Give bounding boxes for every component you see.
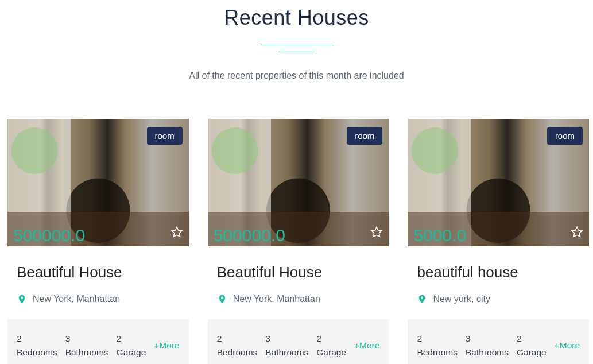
stat-label: Bathrooms (65, 346, 108, 359)
stat-bedrooms: 2 Bedrooms (17, 332, 57, 359)
stat-label: Garage (117, 346, 146, 359)
listing-card[interactable]: room 500000.0 Beautiful House New York, … (7, 119, 189, 364)
stat-bathrooms: 3 Bathrooms (265, 332, 308, 359)
stat-bedrooms: 2 Bedrooms (417, 332, 458, 359)
stat-garage: 2 Garage (517, 332, 547, 359)
listing-title[interactable]: Beautiful House (217, 264, 380, 281)
listing-footer: 2 Bedrooms 3 Bathrooms 2 Garage +More (408, 319, 589, 364)
stat-value: 3 (466, 332, 509, 346)
stat-label: Bedrooms (417, 346, 458, 359)
listing-location-text: New York, Manhattan (233, 294, 320, 304)
listing-price: 500000.0 (13, 226, 85, 245)
listing-title[interactable]: beautiful house (417, 264, 580, 281)
listing-image: room 500000.0 (7, 119, 189, 246)
listing-price: 5000.0 (413, 226, 466, 245)
location-pin-icon (417, 293, 427, 305)
listing-price: 500000.0 (214, 226, 285, 245)
section-divider (260, 45, 334, 45)
stat-label: Bedrooms (17, 346, 57, 359)
stat-label: Garage (316, 346, 346, 359)
stat-label: Bathrooms (466, 346, 509, 359)
stat-garage: 2 Garage (316, 332, 346, 359)
listing-cards: room 500000.0 Beautiful House New York, … (0, 81, 593, 364)
stat-bathrooms: 3 Bathrooms (65, 332, 108, 359)
stat-value: 2 (316, 332, 346, 346)
listing-image: room 5000.0 (408, 119, 589, 246)
stat-value: 3 (65, 332, 108, 346)
stat-value: 2 (517, 332, 547, 346)
listing-body: Beautiful House New York, Manhattan (208, 246, 389, 319)
more-link[interactable]: +More (154, 340, 179, 351)
section-subtitle: All of the recent properties of this mon… (0, 71, 593, 81)
listing-image: room 500000.0 (208, 119, 389, 246)
stat-value: 2 (217, 332, 258, 346)
stat-label: Bedrooms (217, 346, 258, 359)
stat-label: Bathrooms (265, 346, 308, 359)
listing-card[interactable]: room 5000.0 beautiful house New york, ci… (408, 119, 589, 364)
listing-badge: room (547, 127, 583, 145)
listing-body: Beautiful House New York, Manhattan (7, 246, 189, 319)
listing-footer: 2 Bedrooms 3 Bathrooms 2 Garage +More (7, 319, 189, 364)
location-pin-icon (217, 293, 227, 305)
listing-location-text: New York, Manhattan (33, 294, 120, 304)
stat-label: Garage (517, 346, 547, 359)
listing-footer: 2 Bedrooms 3 Bathrooms 2 Garage +More (208, 319, 389, 364)
listing-location-text: New york, city (433, 294, 490, 304)
stat-value: 2 (417, 332, 458, 346)
star-icon[interactable] (571, 226, 583, 238)
listing-location: New york, city (417, 293, 580, 305)
star-icon[interactable] (170, 226, 183, 238)
listing-card[interactable]: room 500000.0 Beautiful House New York, … (208, 119, 389, 364)
listing-location: New York, Manhattan (217, 293, 380, 305)
section-title: Recent Houses (0, 6, 593, 30)
more-link[interactable]: +More (354, 340, 379, 351)
stat-bathrooms: 3 Bathrooms (466, 332, 509, 359)
stat-value: 3 (265, 332, 308, 346)
stat-garage: 2 Garage (117, 332, 146, 359)
section-header: Recent Houses All of the recent properti… (0, 0, 593, 81)
listing-title[interactable]: Beautiful House (17, 264, 180, 281)
stat-bedrooms: 2 Bedrooms (217, 332, 258, 359)
stat-value: 2 (117, 332, 146, 346)
location-pin-icon (17, 293, 27, 305)
listing-body: beautiful house New york, city (408, 246, 589, 319)
stat-value: 2 (17, 332, 57, 346)
star-icon[interactable] (370, 226, 383, 238)
listing-badge: room (347, 127, 382, 145)
listing-location: New York, Manhattan (17, 293, 180, 305)
more-link[interactable]: +More (555, 340, 580, 351)
listing-badge: room (147, 127, 183, 145)
